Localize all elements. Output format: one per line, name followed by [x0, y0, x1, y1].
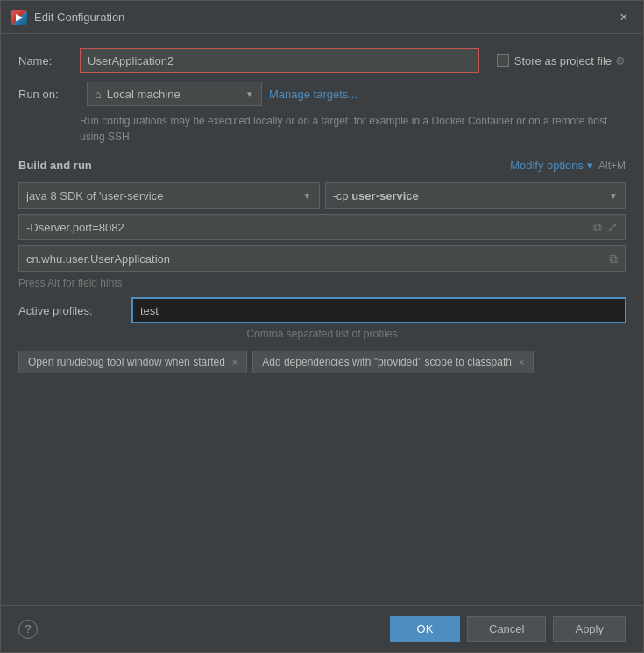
title-bar: ▶ Edit Configuration ×: [1, 1, 643, 34]
close-button[interactable]: ×: [615, 9, 633, 26]
edit-configuration-dialog: ▶ Edit Configuration × Name: Store as pr…: [0, 0, 644, 653]
footer-buttons: OK Cancel Apply: [390, 616, 626, 642]
copy-icon[interactable]: ⧉: [593, 220, 602, 235]
cp-dropdown-arrow-icon: ▼: [609, 191, 618, 201]
modify-options-arrow-icon: ▾: [587, 159, 593, 172]
sdk-dropdown[interactable]: java 8 SDK of 'user-service ▼: [18, 182, 320, 209]
store-as-project-label: Store as project file: [514, 54, 612, 67]
main-class-text: cn.whu.user.UserApplication: [26, 252, 170, 266]
build-and-run-header: Build and run Modify options ▾ Alt+M: [18, 159, 626, 172]
dialog-title: Edit Configuration: [34, 11, 124, 24]
tag-close-2[interactable]: ×: [519, 357, 524, 367]
active-profiles-label: Active profiles:: [18, 304, 132, 317]
cp-label: -cp user-service: [333, 189, 419, 202]
vm-options-text: -Dserver.port=8082: [26, 221, 124, 234]
main-class-row: cn.whu.user.UserApplication ⧉: [18, 245, 626, 272]
list-item: Open run/debug tool window when started …: [18, 351, 247, 373]
profiles-hint: Comma separated list of profiles: [18, 328, 626, 340]
store-project-row: Store as project file ⚙: [497, 54, 626, 67]
name-input[interactable]: [80, 48, 479, 73]
shortcut-text: Alt+M: [598, 160, 626, 172]
tag-label-2: Add dependencies with "provided" scope t…: [262, 356, 512, 368]
manage-targets-link[interactable]: Manage targets...: [269, 88, 357, 101]
sdk-row: java 8 SDK of 'user-service ▼ -cp user-s…: [18, 182, 626, 209]
cp-dropdown[interactable]: -cp user-service ▼: [325, 182, 626, 209]
footer-left: ?: [18, 620, 38, 639]
apply-button[interactable]: Apply: [553, 616, 626, 642]
sdk-label: java 8 SDK of 'user-service: [26, 189, 163, 202]
expand-icon[interactable]: ⤢: [607, 220, 618, 235]
help-button[interactable]: ?: [18, 620, 38, 639]
home-icon: ⌂: [95, 88, 102, 101]
modify-options-label: Modify options: [510, 159, 584, 172]
vm-options-icons: ⧉ ⤢: [593, 220, 618, 235]
dialog-footer: ? OK Cancel Apply: [1, 605, 643, 652]
tags-row: Open run/debug tool window when started …: [18, 351, 626, 373]
section-title: Build and run: [18, 159, 92, 172]
description-text: Run configurations may be executed local…: [80, 113, 626, 145]
modify-options-group: Modify options ▾ Alt+M: [510, 159, 626, 172]
main-class-icons: ⧉: [609, 252, 618, 266]
run-on-label: Run on:: [18, 88, 80, 101]
modify-options-link[interactable]: Modify options ▾: [510, 159, 593, 172]
active-profiles-row: Active profiles:: [18, 298, 626, 323]
active-profiles-input[interactable]: [132, 298, 626, 323]
list-item: Add dependencies with "provided" scope t…: [252, 351, 534, 373]
gear-icon[interactable]: ⚙: [615, 54, 626, 67]
tag-close-1[interactable]: ×: [232, 357, 237, 367]
name-label: Name:: [18, 54, 80, 67]
run-on-value: Local machine: [107, 88, 180, 101]
dropdown-arrow-icon: ▼: [245, 89, 254, 99]
app-icon: ▶: [11, 10, 27, 25]
main-class-copy-icon[interactable]: ⧉: [609, 252, 618, 266]
run-on-row: Run on: ⌂ Local machine ▼ Manage targets…: [18, 82, 626, 106]
run-on-dropdown[interactable]: ⌂ Local machine ▼: [87, 82, 262, 106]
dialog-content: Name: Store as project file ⚙ Run on: ⌂ …: [1, 34, 643, 605]
ok-button[interactable]: OK: [390, 616, 460, 642]
cancel-button[interactable]: Cancel: [467, 616, 546, 642]
name-row: Name: Store as project file ⚙: [18, 48, 626, 73]
title-bar-left: ▶ Edit Configuration: [11, 10, 124, 25]
sdk-dropdown-arrow-icon: ▼: [303, 191, 312, 201]
vm-options-row: -Dserver.port=8082 ⧉ ⤢: [18, 214, 626, 240]
store-as-project-checkbox[interactable]: [497, 54, 509, 67]
hint-text: Press Alt for field hints: [18, 277, 626, 289]
tag-label-1: Open run/debug tool window when started: [28, 356, 225, 368]
